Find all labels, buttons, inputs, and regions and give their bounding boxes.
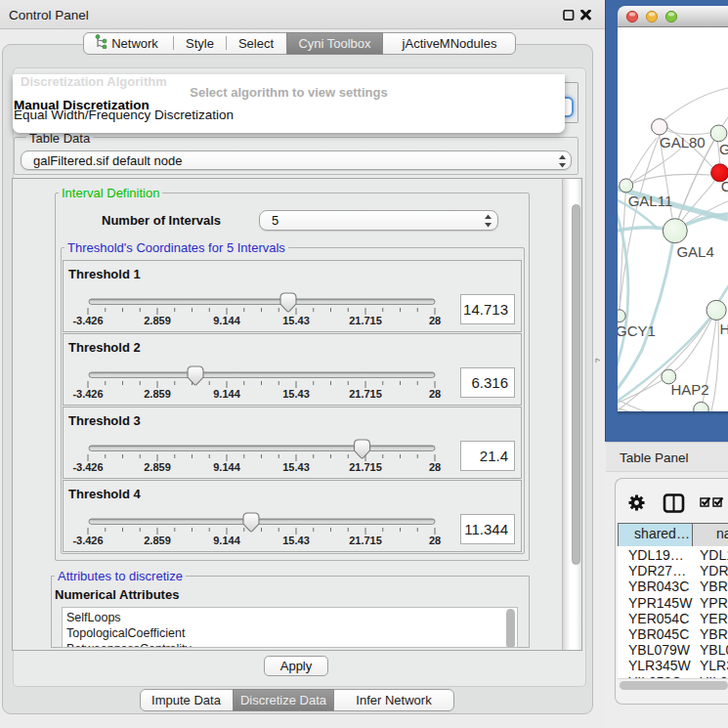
svg-text:15.43: 15.43 [282,315,310,326]
svg-text:9.144: 9.144 [213,315,240,326]
svg-text:CY: CY [721,178,728,194]
svg-text:2.859: 2.859 [144,315,171,326]
svg-text:-3.426: -3.426 [72,535,103,546]
svg-text:-3.426: -3.426 [72,461,103,473]
svg-text:21.715: 21.715 [349,461,382,473]
svg-text:GAL11: GAL11 [628,193,673,209]
svg-text:21.715: 21.715 [349,535,382,546]
svg-text:21.715: 21.715 [349,388,382,400]
svg-text:28: 28 [429,315,441,326]
svg-text:GAL4: GAL4 [676,243,713,260]
svg-text:HAP2: HAP2 [670,381,708,398]
svg-text:28: 28 [429,535,441,546]
svg-text:21.715: 21.715 [349,315,382,326]
svg-text:2.859: 2.859 [144,535,171,546]
svg-text:GAL80: GAL80 [660,134,706,150]
svg-text:GCY1: GCY1 [618,322,656,339]
svg-text:9.144: 9.144 [213,461,240,473]
svg-text:-3.426: -3.426 [72,388,103,400]
svg-text:H: H [720,321,728,337]
svg-text:-3.426: -3.426 [72,315,103,326]
svg-text:15.43: 15.43 [282,388,310,400]
svg-text:2.859: 2.859 [144,461,171,473]
svg-text:28: 28 [429,388,441,400]
svg-text:GA: GA [719,141,728,157]
svg-text:9.144: 9.144 [213,535,240,546]
svg-text:15.43: 15.43 [282,461,310,473]
svg-text:9.144: 9.144 [213,388,240,400]
svg-text:2.859: 2.859 [144,388,171,400]
svg-text:15.43: 15.43 [282,535,310,546]
svg-text:28: 28 [429,461,441,473]
